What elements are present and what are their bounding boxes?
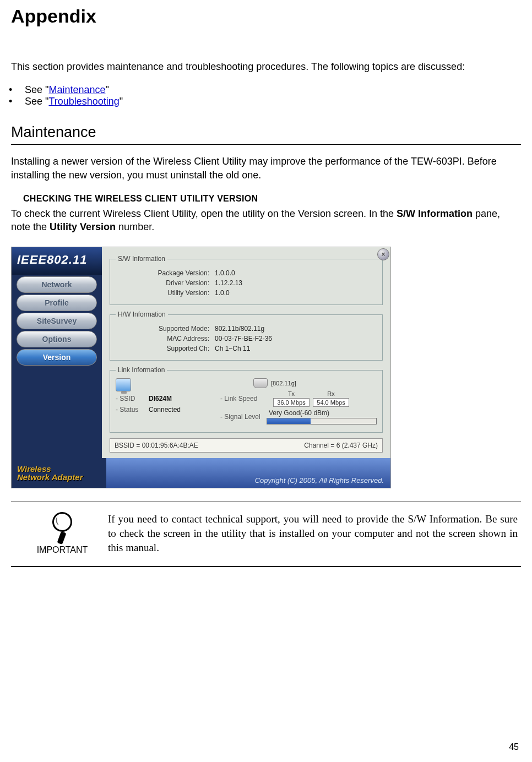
hw-label: Supported Ch:: [116, 345, 215, 352]
maintenance-heading: Maintenance: [11, 124, 521, 145]
utility-main: × S/W Information Package Version: 1.0.0…: [102, 247, 390, 458]
rx-value: 54.0 Mbps: [313, 398, 349, 407]
hw-label: MAC Address:: [116, 335, 215, 342]
hw-value: Ch 1~Ch 11: [215, 345, 377, 352]
bssid-value: BSSID = 00:01:95:6A:4B:AE: [115, 442, 198, 449]
link-speed-row: - Link Speed Tx 36.0 Mbps Rx 54.0 Mbps: [220, 390, 377, 407]
nav-version[interactable]: Version: [17, 349, 97, 366]
sw-value: 1.0.0.0: [215, 269, 377, 277]
nav-profile[interactable]: Profile: [17, 295, 97, 311]
troubleshooting-link[interactable]: Troubleshooting: [48, 96, 119, 107]
sw-info-legend: S/W Information: [116, 255, 167, 263]
wna-line1: Wireless: [17, 464, 51, 473]
sw-info-group: S/W Information Package Version: 1.0.0.0…: [110, 255, 383, 305]
tocheck-a: To check the current Wireless Client Uti…: [11, 208, 397, 219]
signal-bar: [267, 418, 377, 424]
tocheck-paragraph: To check the current Wireless Client Uti…: [11, 207, 521, 234]
sw-row-driver: Driver Version: 1.12.2.13: [116, 279, 377, 287]
copyright-bar: Copyright (C) 2005, All Rights Reserved.: [106, 458, 390, 488]
bssid-box: BSSID = 00:01:95:6A:4B:AE Channel = 6 (2…: [110, 438, 383, 453]
tx-value: 36.0 Mbps: [273, 398, 310, 407]
signal-label: - Signal Level: [220, 413, 267, 421]
rx-header: Rx: [313, 390, 349, 397]
hw-value: 802.11b/802.11g: [215, 325, 377, 333]
wna-label-area: Wireless Network Adapter: [12, 458, 106, 488]
status-value: Connected: [149, 406, 215, 413]
disk-icon: [253, 378, 268, 388]
page-title: Appendix: [11, 6, 521, 27]
hw-row-ch: Supported Ch: Ch 1~Ch 11: [116, 345, 377, 352]
nav-sitesurvey[interactable]: SiteSurvey: [17, 313, 97, 329]
link-info-group: Link Information - SSID DI624M - Status …: [110, 366, 383, 433]
monitor-icon: [116, 378, 131, 391]
wna-line2: Network Adapter: [17, 472, 83, 482]
hw-label: Supported Mode:: [116, 325, 215, 333]
tocheck-b: S/W Information: [397, 208, 473, 219]
mode-badge: [802.11g]: [271, 380, 296, 387]
see-prefix: See ": [25, 84, 48, 95]
hw-value: 00-03-7F-BE-F2-36: [215, 335, 377, 342]
page-number: 45: [509, 742, 519, 752]
important-text: If you need to contact technical support…: [108, 512, 518, 554]
important-label: IMPORTANT: [33, 545, 91, 555]
see-troubleshooting-item: See "Troubleshooting": [22, 96, 521, 107]
see-suffix: ": [120, 96, 123, 107]
see-maintenance-item: See "Maintenance": [22, 84, 521, 96]
link-speed-label: - Link Speed: [220, 395, 267, 402]
hw-row-mac: MAC Address: 00-03-7F-BE-F2-36: [116, 335, 377, 342]
hw-row-mode: Supported Mode: 802.11b/802.11g: [116, 325, 377, 333]
signal-bar-fill: [267, 418, 311, 424]
maintenance-paragraph: Installing a newer version of the Wirele…: [11, 155, 521, 182]
sw-row-utility: Utility Version: 1.0.0: [116, 289, 377, 297]
sw-value: 1.0.0: [215, 289, 377, 297]
see-suffix: ": [106, 84, 109, 95]
tocheck-e: number.: [116, 221, 154, 232]
maintenance-link[interactable]: Maintenance: [48, 84, 105, 95]
intro-paragraph: This section provides maintenance and tr…: [11, 60, 521, 73]
checking-heading: CHECKING THE WIRELESS CLIENT UTILITY VER…: [23, 194, 521, 204]
sw-label: Package Version:: [116, 269, 215, 277]
utility-window: IEEE802.11 Network Profile SiteSurvey Op…: [11, 247, 391, 488]
channel-value: Channel = 6 (2.437 GHz): [304, 442, 378, 449]
see-prefix: See ": [25, 96, 48, 107]
tx-header: Tx: [273, 390, 310, 397]
status-label: - Status: [116, 406, 149, 413]
nav-options[interactable]: Options: [17, 331, 97, 347]
hw-info-legend: H/W Information: [116, 311, 168, 318]
tocheck-d: Utility Version: [50, 221, 116, 232]
sw-label: Driver Version:: [116, 279, 215, 287]
ssid-label: - SSID: [116, 395, 149, 402]
sw-label: Utility Version:: [116, 289, 215, 297]
signal-value: Very Good(-60 dBm): [269, 409, 329, 417]
signal-row: - Signal Level Very Good(-60 dBm): [220, 409, 377, 424]
nav-network[interactable]: Network: [17, 276, 97, 293]
close-icon[interactable]: ×: [377, 248, 389, 260]
ssid-row: - SSID DI624M: [116, 395, 215, 402]
status-row: - Status Connected: [116, 406, 215, 413]
sw-row-package: Package Version: 1.0.0.0: [116, 269, 377, 277]
important-note: IMPORTANT If you need to contact technic…: [11, 502, 521, 567]
magnifier-icon: [47, 512, 78, 543]
link-info-legend: Link Information: [116, 366, 167, 374]
utility-sidebar: IEEE802.11 Network Profile SiteSurvey Op…: [12, 247, 102, 458]
ieee-logo: IEEE802.11: [12, 247, 102, 275]
ssid-value: DI624M: [149, 395, 215, 402]
hw-info-group: H/W Information Supported Mode: 802.11b/…: [110, 311, 383, 361]
sw-value: 1.12.2.13: [215, 279, 377, 287]
